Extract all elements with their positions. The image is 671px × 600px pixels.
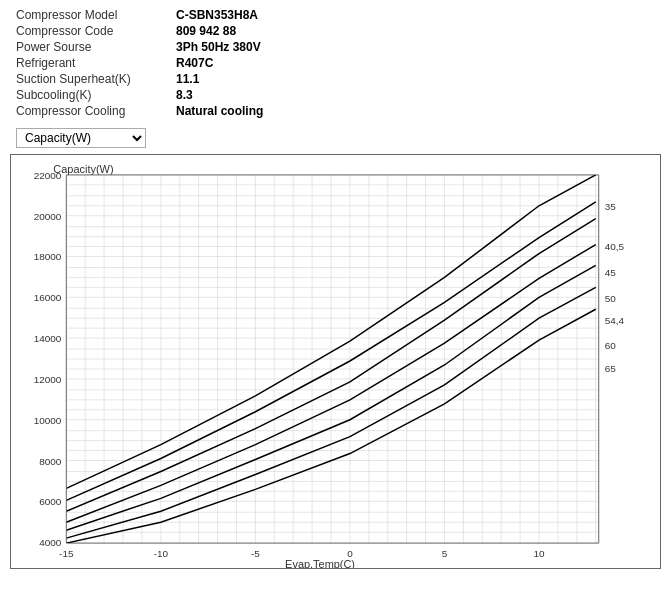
chart-svg: Capacity(W)	[11, 155, 660, 568]
y-tick-22000: 22000	[34, 170, 62, 181]
x-tick-10: 10	[533, 548, 545, 559]
label-power: Power Sourse	[16, 40, 176, 54]
label-refrigerant: Refrigerant	[16, 56, 176, 70]
x-tick--15: -15	[59, 548, 74, 559]
info-row-model: Compressor Model C-SBN353H8A	[16, 8, 655, 22]
y-tick-10000: 10000	[34, 415, 62, 426]
label-code: Compressor Code	[16, 24, 176, 38]
label-superheat: Suction Superheat(K)	[16, 72, 176, 86]
legend-45: 45	[605, 267, 617, 278]
info-row-subcooling: Subcooling(K) 8.3	[16, 88, 655, 102]
y-tick-16000: 16000	[34, 292, 62, 303]
info-row-code: Compressor Code 809 942 88	[16, 24, 655, 38]
legend-65: 65	[605, 363, 617, 374]
value-refrigerant: R407C	[176, 56, 213, 70]
value-model: C-SBN353H8A	[176, 8, 258, 22]
info-row-superheat: Suction Superheat(K) 11.1	[16, 72, 655, 86]
legend-544: 54,4	[605, 315, 625, 326]
label-subcooling: Subcooling(K)	[16, 88, 176, 102]
y-tick-14000: 14000	[34, 333, 62, 344]
info-table: Compressor Model C-SBN353H8A Compressor …	[0, 0, 671, 124]
x-axis-label: Evap.Temp(C)	[285, 558, 355, 568]
info-row-refrigerant: Refrigerant R407C	[16, 56, 655, 70]
y-tick-18000: 18000	[34, 251, 62, 262]
legend-60: 60	[605, 340, 617, 351]
value-code: 809 942 88	[176, 24, 236, 38]
legend-50: 50	[605, 293, 617, 304]
y-tick-4000: 4000	[39, 537, 62, 548]
chart-inner: Capacity(W)	[11, 155, 660, 568]
x-tick--10: -10	[154, 548, 169, 559]
value-power: 3Ph 50Hz 380V	[176, 40, 261, 54]
dropdown-row: Capacity(W) Power Input(W) COP	[0, 124, 671, 154]
info-row-power: Power Sourse 3Ph 50Hz 380V	[16, 40, 655, 54]
x-tick--5: -5	[251, 548, 260, 559]
y-tick-8000: 8000	[39, 456, 62, 467]
legend-40: 40,5	[605, 241, 625, 252]
y-tick-6000: 6000	[39, 496, 62, 507]
y-tick-12000: 12000	[34, 374, 62, 385]
x-tick-5: 5	[442, 548, 448, 559]
label-model: Compressor Model	[16, 8, 176, 22]
value-cooling: Natural cooling	[176, 104, 263, 118]
value-superheat: 11.1	[176, 72, 199, 86]
info-row-cooling: Compressor Cooling Natural cooling	[16, 104, 655, 118]
label-cooling: Compressor Cooling	[16, 104, 176, 118]
chart-container: Capacity(W)	[10, 154, 661, 569]
chart-type-select[interactable]: Capacity(W) Power Input(W) COP	[16, 128, 146, 148]
value-subcooling: 8.3	[176, 88, 193, 102]
y-tick-20000: 20000	[34, 211, 62, 222]
y-axis-label: Capacity(W)	[53, 163, 113, 175]
legend-35: 35	[605, 201, 617, 212]
